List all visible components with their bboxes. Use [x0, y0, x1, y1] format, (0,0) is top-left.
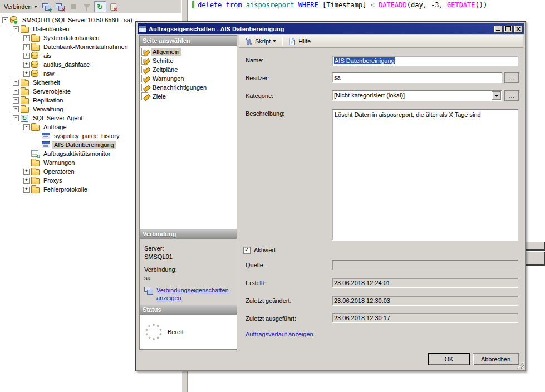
folder-icon [31, 168, 40, 175]
online-badge-icon [13, 20, 18, 24]
nav-item-zeitplaene[interactable]: Zeitpläne [140, 65, 237, 74]
modified-value: 23.06.2018 12:30:03 [334, 297, 390, 304]
agent-icon [21, 115, 30, 122]
expand-icon[interactable]: + [23, 71, 30, 77]
enabled-checkbox[interactable] [243, 247, 251, 254]
sql-operator: < [371, 1, 379, 9]
sql-keyword: WHERE [298, 1, 322, 9]
server-value: SMSQL01 [144, 253, 232, 261]
filter-button[interactable] [81, 1, 93, 12]
nav-item-warnungen[interactable]: Warnungen [140, 74, 237, 83]
expand-icon[interactable]: + [23, 35, 30, 41]
connect-server-button[interactable]: + [41, 1, 53, 12]
folder-icon [31, 43, 40, 51]
kill-script-button[interactable] [107, 1, 120, 12]
connect-dropdown[interactable]: Verbinden [2, 2, 40, 11]
description-label: Beschreibung: [246, 110, 284, 117]
source-input [332, 260, 518, 270]
refresh-button[interactable] [94, 1, 106, 12]
page-pen-icon [141, 92, 148, 100]
job-history-link[interactable]: Auftragsverlauf anzeigen [246, 331, 313, 337]
folder-icon [31, 186, 40, 193]
close-button[interactable] [514, 25, 523, 33]
collapse-icon[interactable]: - [2, 17, 8, 23]
expand-icon[interactable]: + [23, 187, 30, 193]
last-run-value: 23.06.2018 12:30:17 [334, 315, 390, 321]
status-state: Bereit [168, 329, 184, 335]
page-pen-icon [141, 84, 148, 91]
spinner-icon [145, 324, 162, 340]
expand-icon[interactable]: + [23, 62, 30, 68]
created-input: 23.06.2018 12:24:01 [332, 278, 518, 288]
created-label: Erstellt: [246, 280, 266, 286]
owner-input[interactable]: sa [332, 72, 502, 83]
ok-button[interactable]: OK [428, 353, 470, 365]
description-textarea[interactable]: Löscht Daten in aisposreport, die älter … [332, 109, 518, 241]
expand-icon[interactable]: + [23, 53, 30, 59]
dialog-left-panel: Seite auswählen Allgemein Schritte Zeitp… [139, 35, 237, 350]
sql-table-name: aisposreport [246, 1, 298, 9]
folder-icon [31, 35, 40, 42]
script-button-label: Skript [255, 38, 271, 45]
dialog-toolbar: Skript Hilfe [239, 35, 523, 48]
page-pen-icon [141, 57, 148, 65]
collapse-icon[interactable]: - [13, 115, 19, 121]
description-text: Löscht Daten in aisposreport, die älter … [335, 111, 481, 118]
stop-button[interactable] [67, 1, 80, 12]
expand-icon[interactable]: + [13, 89, 19, 95]
minimize-button[interactable] [494, 25, 503, 33]
nav-item-ziele[interactable]: Ziele [140, 92, 237, 101]
dialog-titlebar[interactable]: Auftragseigenschaften - AIS Datenbereini… [138, 23, 524, 34]
sql-keyword: delete from [198, 1, 246, 9]
background-window-edge [526, 242, 545, 251]
source-label: Quelle: [246, 262, 265, 268]
page-pen-icon [141, 66, 148, 74]
expand-icon[interactable]: + [23, 44, 30, 50]
background-window-edge [526, 252, 545, 266]
last-run-label: Zuletzt ausgeführt: [246, 315, 296, 322]
script-button[interactable]: Skript [242, 36, 278, 47]
category-selected-value: [Nicht kategorisiert (lokal)] [334, 92, 405, 99]
kill-script-icon [110, 3, 116, 11]
collapse-icon[interactable]: - [13, 26, 19, 32]
sql-function: GETDATE [447, 1, 475, 9]
ok-button-label: OK [445, 356, 454, 362]
view-connection-properties-link[interactable]: Verbindungseigenschaften anzeigen [156, 286, 227, 302]
sql-text[interactable]: delete from aisposreport WHERE [Timestam… [198, 1, 487, 9]
category-select[interactable]: [Nicht kategorisiert (lokal)] [332, 90, 502, 101]
name-input-selected-text: AIS Datenbereinigung [334, 57, 395, 64]
job-icon [42, 141, 51, 148]
collapse-icon[interactable]: - [23, 124, 30, 130]
owner-browse-button[interactable]: ... [504, 72, 519, 83]
disconnect-server-button[interactable]: × [54, 1, 66, 12]
cancel-button[interactable]: Abbrechen [473, 353, 519, 365]
dropdown-arrow-icon[interactable] [492, 91, 501, 100]
page-pen-icon [141, 75, 148, 82]
dialog-title: Auftragseigenschaften - AIS Datenbereini… [149, 26, 284, 32]
connect-icon: + [42, 3, 51, 11]
category-browse-button[interactable]: ... [504, 90, 519, 101]
nav-item-benachrichtigungen[interactable]: Benachrichtigungen [140, 83, 237, 92]
modified-label: Zuletzt geändert: [246, 297, 292, 304]
job-properties-dialog: Auftragseigenschaften - AIS Datenbereini… [135, 21, 526, 371]
folder-icon [31, 159, 40, 166]
maximize-button[interactable] [504, 25, 513, 33]
folder-icon [31, 177, 40, 184]
change-tracking-bar [192, 1, 194, 8]
page-pen-icon [141, 48, 148, 56]
screen: { "object_explorer": { "toolbar": { "con… [0, 0, 545, 392]
status-header: Status [140, 305, 237, 315]
name-input[interactable]: AIS Datenbereinigung [332, 56, 518, 66]
nav-item-schritte[interactable]: Schritte [140, 56, 237, 65]
script-scroll-icon [244, 37, 253, 46]
modified-input: 23.06.2018 12:30:03 [332, 296, 518, 306]
expand-icon[interactable]: + [23, 169, 30, 175]
expand-icon[interactable]: + [23, 178, 30, 184]
expand-icon[interactable]: + [13, 97, 19, 104]
filter-icon [84, 4, 90, 12]
expand-icon[interactable]: + [13, 80, 19, 86]
expand-icon[interactable]: + [13, 106, 19, 112]
nav-item-allgemein[interactable]: Allgemein [140, 47, 237, 56]
connection-section: Server: SMSQL01 Verbindung: sa Verbindun… [140, 239, 237, 305]
help-button[interactable]: Hilfe [286, 36, 313, 47]
